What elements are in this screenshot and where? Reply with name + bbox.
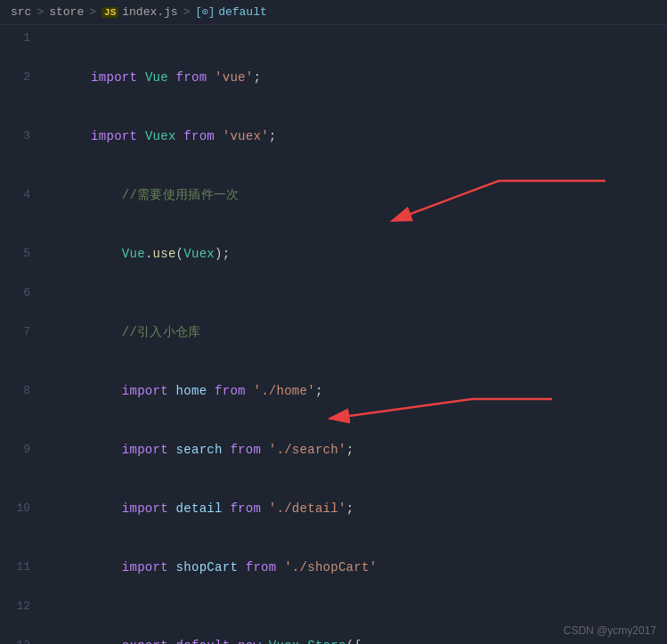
code-line-8: 8 import home from './home'; xyxy=(0,362,667,420)
home-ident-8: home xyxy=(176,384,207,398)
vuex-ident-5: Vuex xyxy=(183,247,215,261)
kw-new-13: new xyxy=(238,639,261,644)
kw-import-9: import xyxy=(122,443,168,457)
line-content-2: import Vue from 'vue'; xyxy=(45,48,667,107)
kw-from-3: from xyxy=(183,129,215,143)
comment-4: //需要使用插件一次 xyxy=(91,188,239,202)
line-content-4: //需要使用插件一次 xyxy=(45,166,667,224)
ident-3: Vuex xyxy=(145,129,176,143)
use-method-5: use xyxy=(153,247,176,261)
line-content-9: import search from './search'; xyxy=(45,420,667,479)
code-line-1: 1 xyxy=(0,29,667,48)
kw-from-2: from xyxy=(176,70,207,85)
code-line-10: 10 import detail from './detail'; xyxy=(0,479,667,538)
breadcrumb-store[interactable]: store xyxy=(49,5,84,19)
line-number-10: 10 xyxy=(0,499,45,518)
kw-import-3: import xyxy=(91,129,137,143)
line-number-12: 12 xyxy=(0,597,45,616)
kw-import-10: import xyxy=(122,501,168,516)
ident-2: Vue xyxy=(145,70,168,85)
breadcrumb-src[interactable]: src xyxy=(11,5,31,19)
str-2: 'vue' xyxy=(215,70,253,85)
kw-from-8: from xyxy=(215,384,246,398)
kw-default-13: default xyxy=(176,639,231,644)
punct-3: ; xyxy=(269,129,277,143)
line-content-8: import home from './home'; xyxy=(45,362,667,420)
line-number-6: 6 xyxy=(0,283,45,303)
code-line-5: 5 Vue.use(Vuex); xyxy=(0,224,667,283)
str-11: './shopCart' xyxy=(284,560,377,575)
kw-from-10: from xyxy=(230,501,261,516)
line-number-2: 2 xyxy=(0,68,45,87)
kw-import-8: import xyxy=(122,384,168,398)
code-line-4: 4 //需要使用插件一次 xyxy=(0,166,667,224)
line-content-3: import Vuex from 'vuex'; xyxy=(45,107,667,166)
line-number-9: 9 xyxy=(0,440,45,460)
line-content-5: Vue.use(Vuex); xyxy=(45,224,667,283)
breadcrumb-symbol-icon: [⊙] xyxy=(195,5,215,19)
code-line-12: 12 xyxy=(0,597,667,616)
watermark: CSDN @ycmy2017 xyxy=(564,624,656,637)
breadcrumb-js-badge: JS xyxy=(102,7,118,18)
breadcrumb-file[interactable]: index.js xyxy=(122,5,177,19)
breadcrumb-sep3: > xyxy=(183,5,191,19)
punct-2: ; xyxy=(253,70,261,85)
vue-ident-5: Vue xyxy=(122,247,145,261)
kw-export-13: export xyxy=(122,639,168,644)
str-3: 'vuex' xyxy=(223,129,269,143)
code-line-6: 6 xyxy=(0,283,667,303)
vuex-ident-13: Vuex xyxy=(269,639,300,644)
kw-from-9: from xyxy=(230,443,261,457)
breadcrumb-symbol: default xyxy=(218,5,267,19)
code-line-3: 3 import Vuex from 'vuex'; xyxy=(0,107,667,166)
breadcrumb: src > store > JS index.js > [⊙] default xyxy=(0,0,667,25)
kw-import-2: import xyxy=(91,70,137,85)
code-editor: 1 2 import Vue from 'vue'; 3 import Vuex… xyxy=(0,25,667,644)
comment-7: //引入小仓库 xyxy=(91,325,201,339)
line-number-4: 4 xyxy=(0,185,45,205)
shopcart-ident-11: shopCart xyxy=(176,560,238,575)
line-number-3: 3 xyxy=(0,126,45,146)
line-content-7: //引入小仓库 xyxy=(45,303,667,362)
kw-import-11: import xyxy=(122,560,168,575)
detail-ident-10: detail xyxy=(176,501,223,516)
breadcrumb-sep2: > xyxy=(89,5,96,19)
code-line-9: 9 import search from './search'; xyxy=(0,420,667,479)
line-number-1: 1 xyxy=(0,29,45,48)
store-ident-13: Store xyxy=(307,639,346,644)
code-line-2: 2 import Vue from 'vue'; xyxy=(0,48,667,107)
code-line-11: 11 import shopCart from './shopCart' xyxy=(0,538,667,597)
line-number-7: 7 xyxy=(0,322,45,342)
search-ident-9: search xyxy=(176,443,223,457)
str-8: './home' xyxy=(253,384,314,398)
kw-from-11: from xyxy=(246,560,277,575)
str-9: './search' xyxy=(269,443,346,457)
line-number-5: 5 xyxy=(0,244,45,264)
line-content-11: import shopCart from './shopCart' xyxy=(45,538,667,597)
line-number-8: 8 xyxy=(0,381,45,401)
line-number-13: 13 xyxy=(0,636,45,644)
code-line-7: 7 //引入小仓库 xyxy=(0,303,667,362)
line-number-11: 11 xyxy=(0,558,45,577)
breadcrumb-sep1: > xyxy=(37,5,44,19)
line-content-10: import detail from './detail'; xyxy=(45,479,667,538)
str-10: './detail' xyxy=(269,501,346,516)
